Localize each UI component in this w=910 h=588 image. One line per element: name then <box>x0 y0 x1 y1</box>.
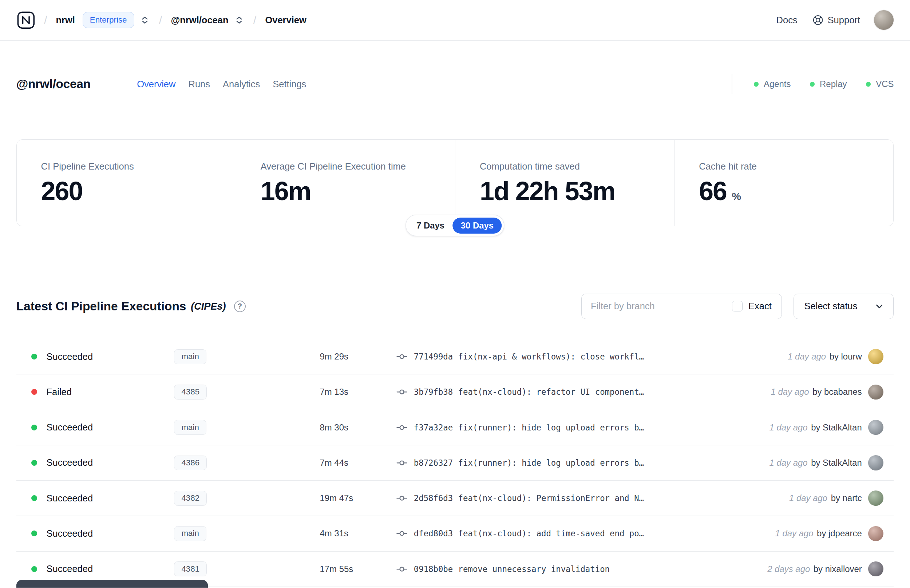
cipe-section-header: Latest CI Pipeline Executions (CIPEs) ? … <box>16 294 894 319</box>
stat-label: Computation time saved <box>480 161 650 172</box>
status-agents[interactable]: Agents <box>754 79 791 89</box>
stat-cache-hit-rate: Cache hit rate 66% <box>674 140 893 226</box>
status-dot-icon <box>31 354 37 360</box>
avatar <box>868 561 883 577</box>
cipe-status: Succeeded <box>47 493 93 504</box>
cipe-meta-cell: 1 day ago by nartc <box>789 491 883 506</box>
commit-link[interactable]: b8726327fix(runner): hide log upload err… <box>414 458 644 468</box>
green-dot-icon <box>754 82 758 87</box>
status-replay[interactable]: Replay <box>810 79 847 89</box>
stat-value: 16m <box>260 176 431 206</box>
workspace-switcher[interactable] <box>234 14 245 27</box>
commit-message: fix(runner): hide log upload errors b… <box>458 458 644 468</box>
cipe-status-cell: Succeeded <box>31 422 174 433</box>
cipe-author: by bcabanes <box>813 387 862 397</box>
tab-settings[interactable]: Settings <box>273 79 306 89</box>
tab-analytics[interactable]: Analytics <box>223 79 260 89</box>
stat-label: Average CI Pipeline Execution time <box>260 161 431 172</box>
cipe-meta-cell: 1 day ago by jdpearce <box>775 526 883 541</box>
branch-pill[interactable]: 4382 <box>174 491 207 506</box>
breadcrumb-workspace[interactable]: @nrwl/ocean <box>171 15 228 26</box>
cipe-status-cell: Succeeded <box>31 493 174 504</box>
tab-runs[interactable]: Runs <box>189 79 210 89</box>
help-icon[interactable]: ? <box>234 300 246 312</box>
top-navbar: / nrwl Enterprise / @nrwl/ocean / Overvi… <box>0 0 910 41</box>
table-row[interactable]: Succeeded 4382 19m 47s 2d58f6d3feat(nx-c… <box>16 481 894 516</box>
cipe-controls: Exact Select status <box>581 294 894 319</box>
range-7-days[interactable]: 7 Days <box>408 218 453 234</box>
stat-value: 1d 22h 53m <box>480 176 650 206</box>
cipe-commit-cell: 3b79fb38feat(nx-cloud): refactor UI comp… <box>396 386 761 397</box>
cipe-time: 1 day ago <box>771 387 809 397</box>
cipe-table: Succeeded main 9m 29s 771499dafix(nx-api… <box>16 339 894 587</box>
commit-message: fix(runner): hide log upload errors b… <box>458 423 644 432</box>
branch-pill[interactable]: main <box>174 349 206 364</box>
status-dot-icon <box>31 566 37 572</box>
commit-link[interactable]: 771499dafix(nx-api & workflows): close w… <box>414 352 644 361</box>
range-30-days[interactable]: 30 Days <box>453 218 502 234</box>
chevron-down-icon <box>875 302 884 311</box>
cipe-commit-cell: f37a32aefix(runner): hide log upload err… <box>396 422 760 433</box>
branch-pill[interactable]: main <box>174 526 206 541</box>
commit-hash: 771499da <box>414 352 453 361</box>
table-row[interactable]: Failed 4385 7m 13s 3b79fb38feat(nx-cloud… <box>16 375 894 410</box>
commit-link[interactable]: f37a32aefix(runner): hide log upload err… <box>414 423 644 432</box>
table-row[interactable]: Succeeded main 4m 31s dfed80d3feat(nx-cl… <box>16 516 894 551</box>
stats-cards: CI Pipeline Executions 260 Average CI Pi… <box>16 139 894 226</box>
cipe-time: 1 day ago <box>775 528 813 538</box>
status-dot-icon <box>31 530 37 536</box>
cipe-time: 1 day ago <box>788 352 826 362</box>
commit-link[interactable]: 2d58f6d3feat(nx-cloud): PermissionError … <box>414 493 644 503</box>
cipe-duration: 7m 13s <box>320 387 396 397</box>
commit-link[interactable]: dfed80d3feat(nx-cloud): add time-saved e… <box>414 529 644 538</box>
commit-link[interactable]: 3b79fb38feat(nx-cloud): refactor UI comp… <box>414 387 644 397</box>
status-vcs[interactable]: VCS <box>866 79 894 89</box>
branch-pill[interactable]: 4381 <box>174 561 207 577</box>
exact-toggle[interactable]: Exact <box>722 294 782 319</box>
nx-logo[interactable] <box>16 11 36 30</box>
org-switcher[interactable] <box>139 14 150 27</box>
cipe-time: 1 day ago <box>769 422 808 433</box>
tab-overview[interactable]: Overview <box>137 79 175 89</box>
commit-link[interactable]: 0918b0beremove unnecessary invalidation <box>414 564 610 574</box>
branch-pill[interactable]: main <box>174 420 206 435</box>
cipe-commit-cell: 771499dafix(nx-api & workflows): close w… <box>396 351 779 362</box>
cipe-time: 1 day ago <box>789 493 828 503</box>
branch-filter-group: Exact <box>581 294 782 319</box>
cipe-status-cell: Failed <box>31 387 174 397</box>
cipe-status-cell: Succeeded <box>31 352 174 362</box>
workspace-header: @nrwl/ocean Overview Runs Analytics Sett… <box>16 75 894 93</box>
vertical-divider <box>732 74 732 94</box>
table-row[interactable]: Succeeded 4386 7m 44s b8726327fix(runner… <box>16 445 894 481</box>
status-dot-icon <box>31 495 37 501</box>
cipe-time: 2 days ago <box>767 564 810 574</box>
support-link[interactable]: Support <box>813 15 860 26</box>
git-commit-icon <box>396 564 407 575</box>
cipe-duration: 19m 47s <box>320 493 396 503</box>
commit-hash: f37a32ae <box>414 423 453 432</box>
branch-pill[interactable]: 4385 <box>174 384 207 399</box>
cipe-commit-cell: 2d58f6d3feat(nx-cloud): PermissionError … <box>396 493 780 504</box>
cipe-meta-cell: 1 day ago by StalkAltan <box>769 455 883 470</box>
docs-link[interactable]: Docs <box>776 15 797 26</box>
git-commit-icon <box>396 457 407 468</box>
breadcrumb-org[interactable]: nrwl <box>56 15 74 26</box>
exact-checkbox[interactable] <box>732 301 743 312</box>
user-avatar[interactable] <box>874 10 894 30</box>
stat-average-execution-time: Average CI Pipeline Execution time 16m <box>236 140 455 226</box>
stat-label: CI Pipeline Executions <box>41 161 212 172</box>
select-status-dropdown[interactable]: Select status <box>794 294 894 319</box>
table-row[interactable]: Succeeded main 9m 29s 771499dafix(nx-api… <box>16 339 894 375</box>
git-commit-icon <box>396 528 407 539</box>
avatar <box>868 420 883 435</box>
commit-message: feat(nx-cloud): refactor UI component… <box>458 387 644 397</box>
cipe-duration: 9m 29s <box>320 352 396 362</box>
branch-filter-input[interactable] <box>582 294 722 319</box>
support-label: Support <box>828 15 860 26</box>
enterprise-badge[interactable]: Enterprise <box>82 12 134 28</box>
cipe-meta-cell: 1 day ago by bcabanes <box>771 384 883 399</box>
branch-pill[interactable]: 4386 <box>174 456 207 470</box>
table-row[interactable]: Succeeded main 8m 30s f37a32aefix(runner… <box>16 410 894 445</box>
cipe-author: by nixallover <box>813 564 862 574</box>
cipe-commit-cell: b8726327fix(runner): hide log upload err… <box>396 457 760 468</box>
